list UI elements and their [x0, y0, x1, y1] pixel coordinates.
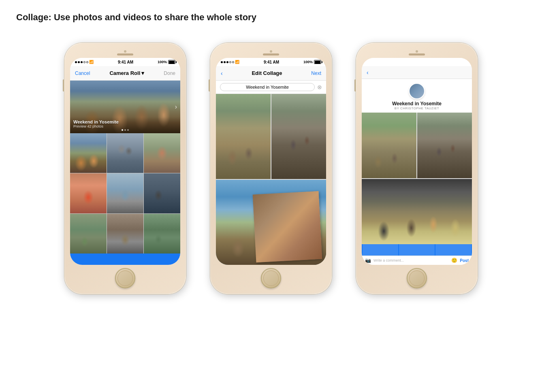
final-blue-bars [362, 244, 472, 256]
hero-title: Weekend in Yosemite [73, 119, 177, 124]
photo-grid-1 [70, 133, 180, 254]
battery-percent-2: 100% [303, 60, 313, 64]
collage-photo-grid [216, 94, 326, 265]
cancel-button[interactable]: Cancel [75, 70, 90, 76]
camera-icon[interactable]: 📷 [365, 258, 371, 263]
collage-bottom-row[interactable] [216, 180, 326, 265]
battery-percent-1: 100% [158, 60, 167, 64]
phone-inner-1: 📶 9:41 AM 100% Cancel Camera Roll ▾ Done [70, 58, 180, 265]
collage-clear-button[interactable]: ⊗ [317, 84, 322, 90]
phone-inner-3: ‹ Weekend in Yosemite BY CHRISTOPHE TAUZ… [362, 58, 472, 265]
wifi-icon-1: 📶 [89, 60, 94, 64]
signal-dot [78, 61, 80, 63]
signal-dot-empty [83, 61, 85, 63]
status-bar-2: 📶 9:41 AM 100% [216, 58, 326, 66]
done-button[interactable]: Done [164, 70, 175, 76]
grid-photo-4[interactable] [70, 173, 107, 213]
blue-bar-2 [399, 244, 435, 256]
collage-title-input[interactable]: Weekend in Yosemite [220, 83, 315, 91]
blue-bar-1 [363, 244, 398, 256]
home-button-inner-3 [409, 271, 425, 286]
battery-fill-2 [315, 61, 320, 64]
profile-name: Weekend in Yosemite [392, 101, 442, 107]
status-time-1: 9:41 AM [118, 60, 133, 64]
status-right-2: 100% [303, 60, 321, 64]
grid-photo-5[interactable] [107, 173, 143, 213]
back-button-2[interactable]: ‹ [221, 70, 223, 77]
signal-dot-empty [229, 61, 231, 63]
final-content: Weekend in Yosemite BY CHRISTOPHE TAUZIE… [362, 79, 472, 265]
speaker-3 [409, 53, 425, 55]
signal-dot-empty [86, 61, 88, 63]
camera-roll-title: Camera Roll ▾ [109, 70, 144, 76]
hero-dot-active [122, 129, 123, 131]
collage-top-row [216, 94, 326, 179]
emoji-icon[interactable]: 🙂 [451, 258, 457, 263]
speaker-1 [117, 53, 133, 55]
hero-subtitle: Preview 42 photos [73, 124, 177, 128]
collage-photo-hike[interactable] [216, 94, 271, 179]
final-photo-couple[interactable] [417, 113, 472, 178]
phone-inner-2: 📶 9:41 AM 100% ‹ Edit Collage Next [216, 58, 326, 265]
grid-photo-8[interactable] [107, 214, 143, 254]
collage-hike-bg [216, 94, 271, 179]
bottom-bar-1 [70, 254, 180, 265]
signal-dot-empty [232, 61, 234, 63]
nav-bar-1: Cancel Camera Roll ▾ Done [70, 66, 180, 81]
profile-section: Weekend in Yosemite BY CHRISTOPHE TAUZIE… [362, 79, 472, 113]
hero-photo: › Weekend in Yosemite Preview 42 photos [70, 81, 180, 133]
status-right-1: 100% [158, 60, 175, 64]
grid-photo-9[interactable] [144, 214, 180, 254]
hero-dot [124, 129, 126, 131]
collage-photo-couple[interactable] [271, 94, 326, 179]
phone-top-1 [70, 49, 180, 55]
home-button-3[interactable] [407, 268, 427, 288]
profile-by: BY CHRISTOPHE TAUZIET [395, 107, 439, 110]
avatar [409, 83, 425, 99]
hero-dot [127, 129, 129, 131]
phone-1: 📶 9:41 AM 100% Cancel Camera Roll ▾ Done [64, 43, 186, 294]
grid-photo-1[interactable] [70, 133, 107, 173]
back-button-3[interactable]: ‹ [367, 69, 369, 76]
hero-dots [73, 129, 177, 131]
final-hike-bg [362, 113, 416, 178]
status-left-2: 📶 [221, 60, 239, 64]
hero-overlay: Weekend in Yosemite Preview 42 photos [70, 117, 180, 133]
signal-dot [75, 61, 77, 63]
status-time-2: 9:41 AM [264, 60, 279, 64]
collage-title-bar: Weekend in Yosemite ⊗ [216, 81, 326, 94]
battery-fill-1 [169, 61, 175, 64]
comment-input[interactable]: Write a comment... [373, 258, 449, 262]
final-photo-collage [362, 113, 472, 244]
home-button-inner-2 [263, 271, 279, 286]
home-button-1[interactable] [115, 268, 135, 288]
collage-overlap-photo [253, 191, 322, 262]
hero-nav-arrow[interactable]: › [175, 103, 177, 111]
signal-dots-1 [75, 61, 88, 63]
next-button[interactable]: Next [311, 70, 321, 76]
final-group-photo[interactable] [362, 179, 472, 245]
phones-container: 📶 9:41 AM 100% Cancel Camera Roll ▾ Done [16, 43, 526, 294]
final-photo-hike[interactable] [362, 113, 416, 178]
home-button-2[interactable] [261, 268, 281, 288]
grid-photo-7[interactable] [70, 214, 107, 254]
page-title: Collage: Use photos and videos to share … [16, 12, 526, 23]
signal-dot [81, 61, 83, 63]
speaker-2 [263, 53, 279, 55]
nav-bar-2: ‹ Edit Collage Next [216, 66, 326, 81]
signal-dots-2 [221, 61, 234, 63]
grid-photo-3[interactable] [144, 133, 180, 173]
phone-2: 📶 9:41 AM 100% ‹ Edit Collage Next [210, 43, 332, 294]
comment-bar: 📷 Write a comment... 🙂 Post [362, 256, 472, 265]
home-button-inner-1 [117, 271, 133, 286]
grid-photo-6[interactable] [144, 173, 180, 213]
grid-photo-2[interactable] [107, 133, 143, 173]
phone-top-3 [362, 49, 472, 55]
signal-dot [226, 61, 228, 63]
status-bar-1: 📶 9:41 AM 100% [70, 58, 180, 66]
signal-dot [221, 61, 223, 63]
phone-top-2 [216, 49, 326, 55]
phone-3: ‹ Weekend in Yosemite BY CHRISTOPHE TAUZ… [356, 43, 478, 294]
post-button[interactable]: Post [460, 258, 469, 263]
final-group-bg [362, 179, 472, 245]
